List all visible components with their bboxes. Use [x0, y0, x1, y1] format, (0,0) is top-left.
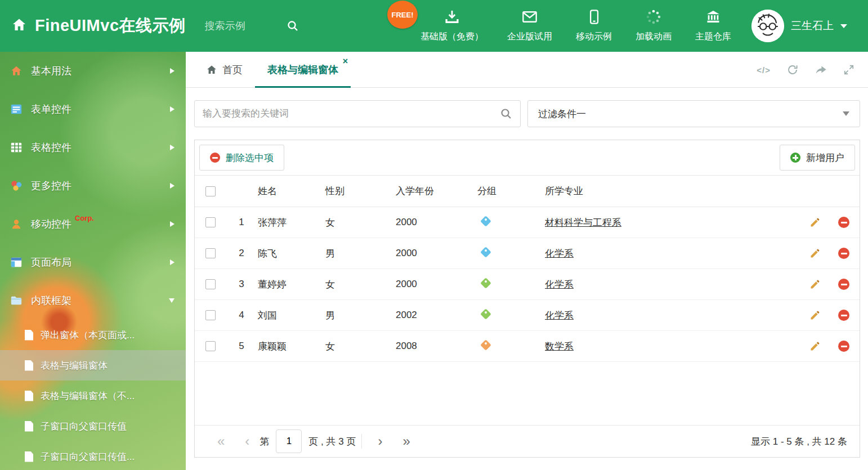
nav-item-enterprise-trial[interactable]: 企业版试用 [495, 0, 564, 52]
sidebar-subitem-child-to-parent[interactable]: 子窗口向父窗口传值 [0, 411, 186, 441]
row-checkbox[interactable] [205, 341, 216, 351]
major-link[interactable]: 化学系 [545, 279, 574, 290]
close-icon[interactable]: × [343, 57, 348, 66]
home-icon [10, 65, 23, 77]
filter-dropdown[interactable]: 过滤条件一 [527, 100, 860, 127]
delete-icon[interactable] [838, 279, 849, 290]
edit-icon[interactable] [809, 248, 821, 259]
sidebar-item-grid-controls[interactable]: 表格控件 [0, 128, 186, 167]
sidebar-item-basic-usage[interactable]: 基本用法 [0, 52, 186, 90]
nav-item-theme-repo[interactable]: 主题仓库 [683, 0, 743, 52]
avatar [751, 10, 784, 42]
nav-item-mobile-demo[interactable]: 移动示例 [564, 0, 624, 52]
divider [361, 434, 362, 449]
home-icon [206, 64, 217, 75]
file-icon [25, 451, 33, 462]
keyword-search-input[interactable] [203, 108, 500, 119]
table-row: 2 陈飞 男 2000 化学系 [195, 238, 860, 269]
refresh-icon[interactable] [786, 64, 799, 76]
add-user-button[interactable]: 新增用户 [780, 145, 855, 171]
row-name: 董婷婷 [257, 278, 324, 291]
edit-icon[interactable] [809, 279, 821, 290]
row-gender: 女 [324, 340, 395, 353]
page-number-input[interactable] [276, 429, 302, 453]
download-icon [444, 9, 460, 27]
major-link[interactable]: 化学系 [545, 310, 574, 321]
user-menu[interactable]: 三生石上 [751, 0, 847, 52]
tag-icon [480, 308, 491, 320]
first-page-button[interactable]: « [207, 435, 235, 448]
row-checkbox[interactable] [205, 279, 216, 289]
chevron-down-icon [843, 111, 849, 116]
row-year: 2000 [395, 217, 476, 228]
mobile-controls-icon [10, 218, 23, 230]
sidebar-subitem-grid-edit-window[interactable]: 表格与编辑窗体 [0, 350, 186, 381]
row-index: 4 [226, 310, 257, 321]
row-gender: 男 [324, 247, 395, 260]
page-label-suffix: 页 , 共 3 页 [308, 435, 356, 448]
delete-icon[interactable] [838, 341, 849, 352]
filter-dropdown-value: 过滤条件一 [538, 108, 586, 120]
major-link[interactable]: 数学系 [545, 341, 574, 352]
delete-icon[interactable] [838, 248, 849, 259]
major-link[interactable]: 材料科学与工程系 [545, 217, 621, 228]
row-gender: 男 [324, 309, 395, 322]
sidebar-item-mobile-controls[interactable]: 移动控件 Corp. [0, 205, 186, 243]
sidebar-item-form-controls[interactable]: 表单控件 [0, 90, 186, 128]
user-name: 三生石上 [791, 19, 834, 33]
col-group: 分组 [476, 185, 544, 198]
file-icon [25, 421, 33, 432]
sidebar-item-iframe[interactable]: 内联框架 [0, 281, 186, 320]
last-page-button[interactable]: » [392, 435, 420, 448]
search-icon[interactable] [500, 108, 512, 120]
code-icon[interactable]: </> [757, 65, 771, 75]
header-search-input[interactable] [205, 20, 281, 32]
edit-icon[interactable] [809, 217, 821, 228]
app-title: FineUIMvc在线示例 [35, 15, 186, 37]
row-name: 陈飞 [257, 247, 324, 260]
row-index: 2 [226, 248, 257, 259]
row-index: 5 [226, 341, 257, 352]
sidebar-subitem-popup-window[interactable]: 弹出窗体（本页面或... [0, 320, 186, 350]
edit-icon[interactable] [809, 341, 821, 352]
brand[interactable]: FineUIMvc在线示例 [11, 15, 186, 37]
nav-item-basic-free[interactable]: 基础版（免费） [409, 0, 495, 52]
share-icon[interactable] [815, 64, 827, 76]
file-icon [25, 391, 33, 401]
table-icon [10, 141, 23, 154]
tab-grid-edit-window[interactable]: 表格与编辑窗体 × [255, 52, 351, 87]
delete-icon[interactable] [838, 217, 849, 228]
loading-spinner-icon [646, 9, 661, 27]
layout-icon [10, 256, 23, 268]
row-checkbox[interactable] [205, 248, 216, 258]
table-row: 4 刘国 男 2002 化学系 [195, 300, 860, 331]
file-icon [25, 360, 33, 371]
sidebar-subitem-grid-edit-window-2[interactable]: 表格与编辑窗体（不... [0, 381, 186, 411]
row-index: 1 [226, 217, 257, 228]
row-checkbox[interactable] [205, 310, 216, 320]
table-row: 5 康颖颖 女 2008 数学系 [195, 331, 860, 362]
nav-item-loading-animation[interactable]: 加载动画 [624, 0, 683, 52]
prev-page-button[interactable]: ‹ [235, 435, 259, 448]
next-page-button[interactable]: › [368, 435, 392, 448]
row-gender: 女 [324, 278, 395, 291]
expand-icon[interactable] [843, 64, 854, 75]
delete-selected-button[interactable]: 删除选中项 [199, 145, 284, 171]
sidebar-item-page-layout[interactable]: 页面布局 [0, 243, 186, 281]
delete-icon[interactable] [838, 310, 849, 321]
sidebar-item-more-controls[interactable]: 更多控件 [0, 167, 186, 205]
minus-circle-icon [210, 153, 220, 163]
home-icon [11, 17, 27, 35]
tab-bar: 首页 表格与编辑窗体 × </> [186, 52, 868, 88]
major-link[interactable]: 化学系 [545, 248, 574, 259]
iframe-icon [10, 294, 23, 307]
row-checkbox[interactable] [205, 217, 216, 227]
tag-icon [480, 277, 491, 289]
select-all-checkbox[interactable] [205, 186, 216, 196]
sidebar-subitem-child-to-parent-2[interactable]: 子窗口向父窗口传值... [0, 441, 186, 470]
search-icon[interactable] [287, 20, 299, 32]
page-label-prefix: 第 [259, 435, 269, 448]
tab-home[interactable]: 首页 [194, 52, 255, 87]
edit-icon[interactable] [809, 310, 821, 321]
corp-badge: Corp. [75, 214, 94, 222]
